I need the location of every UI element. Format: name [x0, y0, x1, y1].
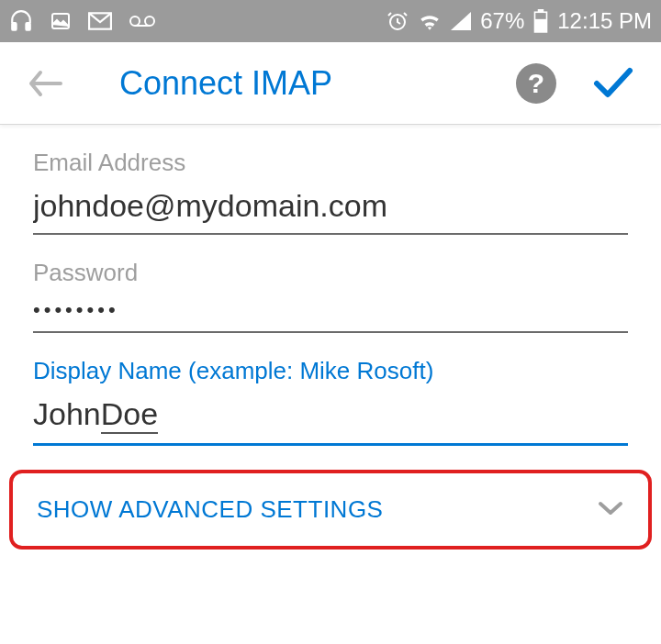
help-button[interactable]: ?: [516, 63, 556, 104]
display-name-field: Display Name (example: Mike Rosoft) John…: [33, 357, 628, 446]
email-input[interactable]: [33, 188, 628, 235]
show-advanced-label: SHOW ADVANCED SETTINGS: [37, 495, 383, 524]
status-bar: 67% 12:15 PM: [0, 0, 661, 42]
password-input[interactable]: [33, 298, 628, 333]
alarm-icon: [387, 10, 409, 32]
svg-rect-10: [535, 19, 547, 32]
display-name-input[interactable]: John Doe: [33, 396, 628, 446]
back-button[interactable]: [28, 69, 73, 98]
email-field: Email Address: [33, 149, 628, 235]
chevron-down-icon: [597, 500, 624, 520]
display-name-last: Doe: [101, 396, 158, 434]
voicemail-icon: [129, 13, 156, 29]
show-advanced-button[interactable]: SHOW ADVANCED SETTINGS: [9, 470, 652, 550]
app-bar: Connect IMAP ?: [0, 42, 661, 125]
password-label: Password: [33, 259, 628, 287]
image-icon: [50, 10, 72, 32]
page-title: Connect IMAP: [119, 64, 332, 103]
clock-time: 12:15 PM: [557, 8, 652, 34]
svg-rect-1: [26, 23, 29, 30]
battery-icon: [533, 9, 548, 33]
svg-point-4: [130, 17, 140, 26]
headphones-icon: [9, 9, 33, 33]
password-field: Password: [33, 259, 628, 333]
svg-point-5: [145, 17, 154, 26]
status-right: 67% 12:15 PM: [387, 8, 652, 34]
signal-icon: [451, 12, 471, 30]
svg-rect-0: [12, 23, 16, 30]
check-icon: [593, 67, 633, 100]
status-left: [9, 9, 156, 33]
email-label: Email Address: [33, 149, 628, 177]
confirm-button[interactable]: [593, 67, 633, 100]
form: Email Address Password Display Name (exa…: [0, 125, 661, 446]
display-name-first: John: [33, 396, 101, 434]
display-name-label: Display Name (example: Mike Rosoft): [33, 357, 628, 385]
mail-icon: [88, 12, 112, 30]
battery-percent: 67%: [480, 8, 524, 34]
question-icon: ?: [528, 68, 544, 99]
wifi-icon: [418, 12, 442, 30]
